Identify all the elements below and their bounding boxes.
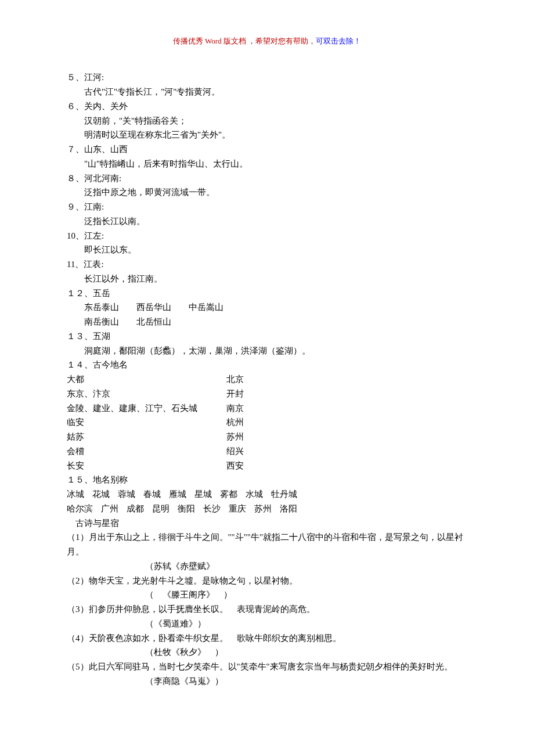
entry-line: 泛指中原之地，即黄河流域一带。 (67, 185, 467, 200)
entry-number: １４、 (67, 358, 93, 372)
poem-entry: （4）天阶夜色凉如水，卧看牵牛织女星。 歌咏牛郎织女的离别相思。 (67, 631, 467, 646)
entry-title: 河北河南: (84, 171, 121, 186)
entry-line: 汉朝前，"关"特指函谷关； (67, 114, 467, 128)
entry-number: ５、 (67, 70, 84, 85)
alias-city: 昆明 (152, 502, 169, 516)
place-new: 开封 (226, 387, 244, 401)
entry-8: ８、河北河南: 泛指中原之地，即黄河流域一带。 (67, 171, 467, 200)
alias-name: 春城 (143, 487, 161, 502)
place-new: 绍兴 (226, 444, 244, 459)
place-row: 姑苏苏州 (67, 430, 467, 444)
entry-10: 10、江左: 即长江以东。 (67, 229, 467, 258)
place-new: 苏州 (226, 430, 244, 444)
entry-title: 江表: (84, 257, 103, 272)
entry-line: "山"特指崤山，后来有时指华山、太行山。 (67, 157, 467, 171)
entry-15: １５、地名别称 (67, 473, 467, 487)
alias-city: 洛阳 (280, 502, 297, 516)
poem-entry: （1）月出于东山之上，徘徊于斗牛之间。""斗""牛"就指二十八宿中的斗宿和牛宿，… (67, 530, 467, 559)
alias-names-row: 冰城 花城 蓉城 春城 雁城 星城 雾都 水城 牡丹城 (67, 487, 467, 502)
place-old: 姑苏 (67, 430, 226, 444)
poem-source: （ 《滕王阁序》 ） (67, 588, 467, 602)
place-old: 金陵、建业、建康、江宁、石头城 (67, 401, 226, 416)
place-old: 会稽 (67, 444, 226, 459)
header-text-1: 传播优秀 Word 版文档 ，希望对您有帮助， (173, 37, 316, 45)
poem-source: （杜牧《秋夕》 ） (67, 645, 467, 660)
poem-source: （苏轼《赤壁赋》 (67, 559, 467, 574)
entry-line: 古代"江"专指长江，"河"专指黄河。 (67, 85, 467, 99)
entry-title: 江河: (84, 70, 104, 85)
entry-number: ７、 (67, 142, 84, 157)
place-old: 临安 (67, 415, 226, 430)
poem-heading: 古诗与星宿 (67, 516, 467, 531)
entry-6: ６、关内、关外 汉朝前，"关"特指函谷关； 明清时以至现在称东北三省为"关外"。 (67, 99, 467, 142)
place-row: 临安杭州 (67, 415, 467, 430)
alias-city: 哈尔滨 (67, 502, 93, 516)
entry-12: １２、五岳 东岳泰山 西岳华山 中岳嵩山 南岳衡山 北岳恒山 (67, 286, 467, 329)
alias-name: 花城 (92, 487, 110, 502)
alias-name: 蓉城 (118, 487, 135, 502)
entry-line: 长江以外，指江南。 (67, 272, 467, 286)
place-old: 长安 (67, 459, 226, 473)
alias-name: 牡丹城 (271, 487, 297, 502)
entry-number: ８、 (67, 171, 84, 186)
entry-9: ９、江南: 泛指长江以南。 (67, 200, 467, 229)
poem-entry: （5）此日六军同驻马，当时七夕笑牵牛。以"笑牵牛"来写唐玄宗当年与杨贵妃朝夕相伴… (67, 660, 467, 674)
alias-city: 重庆 (229, 502, 246, 516)
alias-name: 星城 (194, 487, 212, 502)
alias-city: 苏州 (254, 502, 272, 516)
alias-name: 水城 (246, 487, 263, 502)
place-row: 会稽绍兴 (67, 444, 467, 459)
entry-5: ５、江河: 古代"江"专指长江，"河"专指黄河。 (67, 70, 467, 99)
entry-number: １５、 (67, 473, 93, 487)
alias-name: 雁城 (169, 487, 186, 502)
entry-title: 江南: (84, 200, 104, 214)
place-new: 西安 (226, 459, 244, 473)
entry-title: 关内、关外 (84, 99, 128, 114)
alias-city: 成都 (127, 502, 144, 516)
entry-title: 江左: (84, 229, 104, 243)
entry-line: 明清时以至现在称东北三省为"关外"。 (67, 128, 467, 142)
place-new: 杭州 (226, 415, 244, 430)
place-new: 北京 (226, 372, 244, 387)
poem-entry: （3）扪参历井仰胁息，以手抚膺坐长叹。 表现青泥岭的高危。 (67, 602, 467, 617)
entry-14: １４、古今地名 (67, 358, 467, 372)
entry-number: 11、 (67, 257, 84, 272)
entry-line: 即长江以东。 (67, 243, 467, 257)
page-header: 传播优秀 Word 版文档 ，希望对您有帮助，可双击去除！ (67, 35, 467, 47)
entry-title: 地名别称 (93, 473, 128, 487)
alias-city: 广州 (101, 502, 118, 516)
place-old: 大都 (67, 372, 226, 387)
entry-number: １２、 (67, 286, 93, 301)
place-new: 南京 (226, 401, 244, 416)
place-row: 长安西安 (67, 459, 467, 473)
alias-cities-row: 哈尔滨 广州 成都 昆明 衡阳 长沙 重庆 苏州 洛阳 (67, 502, 467, 516)
entry-number: ９、 (67, 200, 84, 214)
entry-11: 11、江表: 长江以外，指江南。 (67, 257, 467, 286)
entry-line: 泛指长江以南。 (67, 214, 467, 229)
entry-title: 古今地名 (93, 358, 128, 372)
poem-source: （李商隐《马嵬》） (67, 674, 467, 689)
place-row: 大都北京 (67, 372, 467, 387)
document-page: 传播优秀 Word 版文档 ，希望对您有帮助，可双击去除！ ５、江河: 古代"江… (0, 0, 534, 756)
alias-name: 冰城 (67, 487, 84, 502)
entry-line: 东岳泰山 西岳华山 中岳嵩山 (67, 300, 467, 315)
entry-7: ７、山东、山西 "山"特指崤山，后来有时指华山、太行山。 (67, 142, 467, 171)
entry-13: １３、五湖 洞庭湖，鄱阳湖（彭蠡），太湖，巢湖，洪泽湖（鉴湖）。 (67, 329, 467, 358)
entry-number: ６、 (67, 99, 84, 114)
entry-title: 五湖 (93, 329, 110, 344)
poem-source: （《蜀道难》） (67, 617, 467, 631)
alias-city: 衡阳 (178, 502, 195, 516)
header-text-2: 可双击去除！ (316, 37, 361, 45)
poem-entry: （2）物华天宝，龙光射牛斗之墟。是咏物之句，以星衬物。 (67, 574, 467, 588)
place-old: 东京、汴京 (67, 387, 226, 401)
place-row: 东京、汴京开封 (67, 387, 467, 401)
entry-number: 10、 (67, 229, 84, 243)
alias-name: 雾都 (220, 487, 237, 502)
entry-line: 南岳衡山 北岳恒山 (67, 315, 467, 329)
entry-number: １３、 (67, 329, 93, 344)
entry-line: 洞庭湖，鄱阳湖（彭蠡），太湖，巢湖，洪泽湖（鉴湖）。 (67, 344, 467, 358)
alias-city: 长沙 (203, 502, 221, 516)
place-row: 金陵、建业、建康、江宁、石头城南京 (67, 401, 467, 416)
entry-title: 五岳 (93, 286, 110, 301)
entry-title: 山东、山西 (84, 142, 128, 157)
